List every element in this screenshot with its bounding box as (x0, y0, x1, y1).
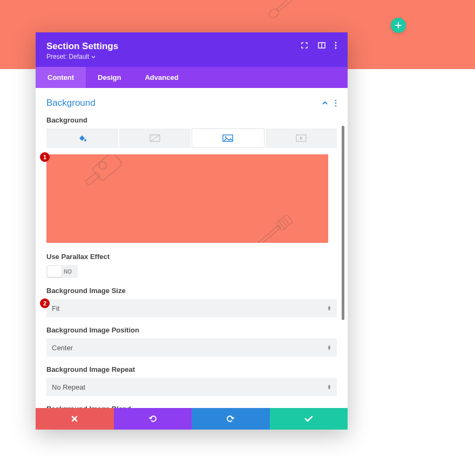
paint-bucket-icon (77, 133, 87, 143)
background-label: Background (46, 116, 337, 124)
dialog-header: Section Settings Preset: Default (36, 32, 348, 67)
svg-point-5 (335, 45, 337, 46)
dialog-footer (36, 408, 348, 430)
bg-repeat-label: Background Image Repeat (46, 365, 337, 373)
columns-icon[interactable] (317, 41, 326, 50)
caret-down-icon (91, 56, 96, 58)
bg-position-label: Background Image Position (46, 326, 337, 334)
svg-rect-1 (276, 0, 297, 12)
parallax-toggle[interactable]: NO (46, 265, 78, 278)
svg-point-6 (335, 47, 337, 49)
svg-rect-19 (276, 214, 293, 231)
svg-rect-18 (256, 225, 281, 243)
bg-tab-video[interactable] (266, 128, 337, 148)
plus-icon (395, 22, 402, 29)
svg-point-13 (225, 137, 227, 138)
svg-line-20 (279, 222, 284, 228)
select-arrows-icon: ▲▼ (327, 384, 331, 390)
more-menu-icon[interactable] (335, 41, 337, 50)
bg-position-value: Center (52, 344, 73, 352)
settings-tabs: Content Design Advanced (36, 67, 348, 88)
svg-point-7 (335, 100, 337, 101)
utensil-spatula-icon (250, 210, 297, 243)
settings-panel: Background Background 1 Use Parallax Eff… (36, 88, 348, 408)
close-icon (71, 415, 78, 423)
svg-point-10 (84, 139, 86, 141)
bg-tab-color[interactable] (46, 128, 118, 148)
tab-advanced[interactable]: Advanced (133, 67, 190, 88)
bg-size-label: Background Image Size (46, 287, 337, 295)
toggle-text: NO (64, 269, 72, 275)
scrollbar[interactable] (342, 126, 344, 320)
gradient-icon (150, 134, 160, 142)
preset-label: Preset: Default (46, 53, 89, 60)
svg-rect-16 (85, 172, 100, 186)
utensil-board-icon (76, 154, 130, 196)
tab-design[interactable]: Design (86, 67, 133, 88)
select-arrows-icon: ▲▼ (327, 345, 331, 350)
bg-size-select[interactable]: Fit ▲▼ (46, 299, 337, 317)
callout-badge-1: 1 (40, 152, 50, 162)
video-icon (296, 134, 307, 142)
collapse-section-icon[interactable] (322, 101, 328, 105)
expand-icon[interactable] (300, 41, 309, 50)
parallax-label: Use Parallax Effect (46, 253, 337, 261)
bg-tab-image[interactable] (192, 128, 264, 148)
section-more-icon[interactable] (335, 99, 337, 107)
bg-tab-gradient[interactable] (119, 128, 191, 148)
bg-repeat-select[interactable]: No Repeat ▲▼ (46, 378, 337, 396)
bg-repeat-value: No Repeat (52, 383, 85, 391)
add-section-button[interactable] (391, 18, 406, 33)
section-settings-dialog: Section Settings Preset: Default Content… (36, 32, 348, 430)
preset-dropdown[interactable]: Preset: Default (46, 53, 118, 60)
callout-badge-2: 2 (40, 298, 50, 308)
svg-point-17 (97, 160, 108, 171)
tab-content[interactable]: Content (36, 67, 86, 88)
bg-position-select[interactable]: Center ▲▼ (46, 338, 337, 357)
svg-point-9 (335, 105, 337, 107)
svg-point-4 (335, 42, 337, 44)
undo-icon (148, 414, 157, 423)
background-type-tabs (46, 128, 337, 148)
save-button[interactable] (270, 408, 348, 430)
svg-point-8 (335, 103, 337, 104)
image-icon (222, 134, 233, 142)
svg-rect-15 (92, 154, 123, 181)
cancel-button[interactable] (36, 408, 114, 430)
utensil-decoration-icon (262, 0, 304, 26)
select-arrows-icon: ▲▼ (327, 305, 331, 311)
background-image-preview[interactable] (46, 154, 328, 243)
section-background-title[interactable]: Background (46, 98, 96, 108)
toggle-knob (48, 266, 62, 277)
svg-line-22 (284, 218, 289, 224)
dialog-title: Section Settings (46, 41, 118, 52)
bg-blend-label: Background Image Blend (46, 405, 337, 408)
redo-icon (226, 414, 235, 423)
check-icon (304, 416, 313, 422)
redo-button[interactable] (192, 408, 270, 430)
svg-line-21 (282, 220, 287, 226)
bg-size-value: Fit (52, 304, 59, 312)
undo-button[interactable] (114, 408, 192, 430)
svg-point-0 (267, 7, 280, 20)
